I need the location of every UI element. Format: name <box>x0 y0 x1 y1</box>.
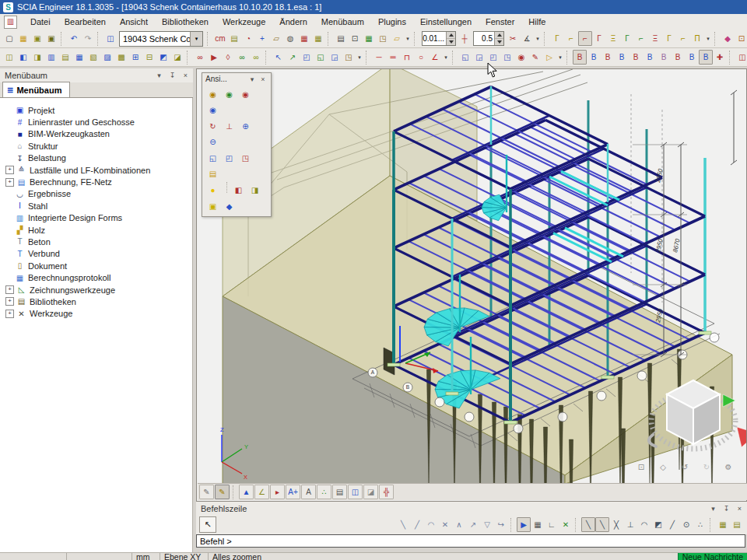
hinge-both-icon[interactable]: ⌐ <box>578 31 592 46</box>
panel-menu-arrow-icon[interactable]: ▾ <box>247 74 257 85</box>
bim-filter-icon[interactable]: B <box>671 50 685 65</box>
snap-node-toggle-icon[interactable]: ┼ <box>458 31 472 46</box>
section-viewer-icon[interactable]: ⊡ <box>735 31 747 46</box>
sidebar-item-beton[interactable]: TBeton <box>0 236 192 247</box>
spinner-buttons[interactable] <box>446 32 455 45</box>
snap-plane-icon[interactable]: ▽ <box>480 517 494 532</box>
more-options-caret[interactable]: ▾ <box>534 32 542 45</box>
display-params-icon[interactable]: ◫ <box>348 485 363 499</box>
zoom-window-icon[interactable]: ◱ <box>205 150 221 166</box>
sidebar-item-linienraster-und-geschosse[interactable]: #Linienraster und Geschosse <box>0 116 192 128</box>
new-messages-badge[interactable]: Neue Nachrichte <box>678 553 747 560</box>
connect-members-icon[interactable]: ⌐ <box>676 31 690 46</box>
section-u-icon[interactable]: ▥ <box>44 50 58 65</box>
scale-spinner[interactable]: 0.5 <box>473 31 504 46</box>
named-view-icon[interactable]: ▣ <box>205 198 221 214</box>
pin-icon[interactable]: ↧ <box>721 503 732 514</box>
menu-item-fenster[interactable]: Fenster <box>479 16 521 28</box>
hinge-rigid-icon[interactable]: Ξ <box>606 31 620 46</box>
expand-icon[interactable]: + <box>5 178 14 187</box>
save-icon[interactable]: ▣ <box>30 31 44 46</box>
close-icon[interactable]: × <box>734 503 745 514</box>
menu-item-ändern[interactable]: Ändern <box>272 16 314 28</box>
ortho-icon[interactable]: ∟ <box>545 517 559 532</box>
print-icon[interactable]: ▤ <box>334 31 348 46</box>
section-i-icon[interactable]: ◧ <box>16 50 30 65</box>
precision-spinner[interactable]: 0.01... <box>422 31 456 46</box>
activity-icon[interactable]: ◔ <box>241 31 255 46</box>
sidebar-item-stahl[interactable]: ⅠStahl <box>0 200 192 212</box>
sidebar-item-belastung[interactable]: ↧Belastung <box>0 152 192 164</box>
spin-down-icon[interactable] <box>495 39 503 45</box>
snap-vector-icon[interactable]: ↗ <box>466 517 480 532</box>
export-icon[interactable]: ◳ <box>376 31 390 46</box>
member-buckling-icon[interactable]: ◆ <box>721 31 735 46</box>
colors-icon[interactable]: ◪ <box>363 485 378 499</box>
save-as-icon[interactable]: ▣ <box>44 31 58 46</box>
draw-angle-icon[interactable]: ∠ <box>428 50 442 65</box>
view-settings-gear-icon[interactable]: ⚙ <box>721 460 735 474</box>
snap-peak-icon[interactable]: ∧ <box>452 517 466 532</box>
chevron-down-icon[interactable]: ▾ <box>190 32 202 46</box>
section-box-icon[interactable]: ▧ <box>86 50 100 65</box>
member-labels-icon[interactable]: A+ <box>286 485 300 499</box>
pin-icon[interactable]: ↧ <box>167 70 178 81</box>
bim-member-icon[interactable]: B <box>615 50 629 65</box>
view-glasses-olive-icon[interactable]: ∞ <box>249 50 263 65</box>
select-workplane-icon[interactable]: ◳ <box>342 50 356 65</box>
paste-member-icon[interactable]: ◱ <box>458 50 472 65</box>
sidebar-item-integrierte-design-forms[interactable]: ▥Integrierte Design Forms <box>0 212 192 224</box>
modify-glasses-icon[interactable]: ∞ <box>193 50 207 65</box>
section-t-icon[interactable]: ▤ <box>58 50 72 65</box>
new-project-icon[interactable]: ▢ <box>2 31 16 46</box>
menu-item-datei[interactable]: Datei <box>23 16 58 28</box>
close-icon[interactable]: × <box>258 74 268 85</box>
menu-item-hilfe[interactable]: Hilfe <box>521 16 552 28</box>
workspace-panel-icon[interactable]: ◫ <box>103 31 117 46</box>
select-layer-icon[interactable]: ◲ <box>328 50 342 65</box>
menu-item-ansicht[interactable]: Ansicht <box>113 16 155 28</box>
sidebar-item-bibliotheken[interactable]: +▤Bibliotheken <box>0 296 192 307</box>
select-window-icon[interactable]: ◰ <box>300 50 314 65</box>
hinge-none-icon[interactable]: Γ <box>592 31 606 46</box>
layers-icon[interactable]: ▤ <box>227 31 241 46</box>
bim-check-icon[interactable]: B <box>601 50 615 65</box>
sidebar-item-berechnungsprotokoll[interactable]: ▦Berechnungsprotokoll <box>0 271 192 283</box>
open-project-icon[interactable]: ▦ <box>16 31 30 46</box>
model-viewport[interactable]: AB2950295029508670ZYX Ansi... ▾ × ◉◉◉◉↻⊥… <box>196 68 747 502</box>
draw-rect-icon[interactable]: ⊓ <box>400 50 414 65</box>
more-options-caret[interactable]: ▾ <box>704 32 712 45</box>
more-options-caret[interactable]: ▾ <box>556 51 564 64</box>
view-light-2-icon[interactable]: ◉ <box>221 86 237 102</box>
view-glasses-green-icon[interactable]: ∞ <box>235 50 249 65</box>
zoom-out-icon[interactable]: ⊖ <box>205 134 221 149</box>
volumes-icon[interactable]: ▲ <box>239 485 254 499</box>
section-plate-icon[interactable]: ▨ <box>100 50 114 65</box>
local-axes-icon[interactable]: ∠ <box>254 485 269 499</box>
snap-line-icon[interactable]: ╲ <box>396 517 410 532</box>
dot-grid-icon[interactable]: ▦ <box>716 517 730 532</box>
snap-endpoint-icon[interactable]: ╲ <box>581 517 595 532</box>
wireframe-pencil-icon[interactable]: ✎ <box>199 485 214 499</box>
cursor-snap-icon[interactable]: ▶ <box>517 517 531 532</box>
erase-icon[interactable]: ◊ <box>221 50 235 65</box>
snap-center-icon[interactable]: ⊙ <box>679 517 693 532</box>
node-labels-icon[interactable]: A <box>301 485 316 499</box>
arbitrary-member-icon[interactable]: ◪ <box>170 50 184 65</box>
view-cube-icon[interactable]: ◇ <box>656 460 670 474</box>
opening-icon[interactable]: ⊟ <box>142 50 156 65</box>
sidebar-item-werkzeuge[interactable]: +✕Werkzeuge <box>0 308 192 320</box>
visibility-folder-icon[interactable]: ▤ <box>205 166 221 181</box>
section-rect-icon[interactable]: ◫ <box>2 50 16 65</box>
menu-item-einstellungen[interactable]: Einstellungen <box>413 16 479 28</box>
sidebar-item-verbund[interactable]: TVerbund <box>0 248 192 260</box>
load-display-icon[interactable]: ∴ <box>317 485 331 499</box>
bim-map-icon[interactable]: B <box>685 50 699 65</box>
menu-item-bibliotheken[interactable]: Bibliotheken <box>155 16 216 28</box>
copy-multi-icon[interactable]: ◳ <box>500 50 514 65</box>
cancel-icon[interactable]: ✕ <box>559 517 573 532</box>
draw-line-icon[interactable]: ─ <box>372 50 386 65</box>
edit-document-icon[interactable]: ▱ <box>390 31 404 46</box>
units-icon[interactable]: cm <box>213 31 227 46</box>
more-options-caret[interactable]: ▾ <box>356 51 363 64</box>
